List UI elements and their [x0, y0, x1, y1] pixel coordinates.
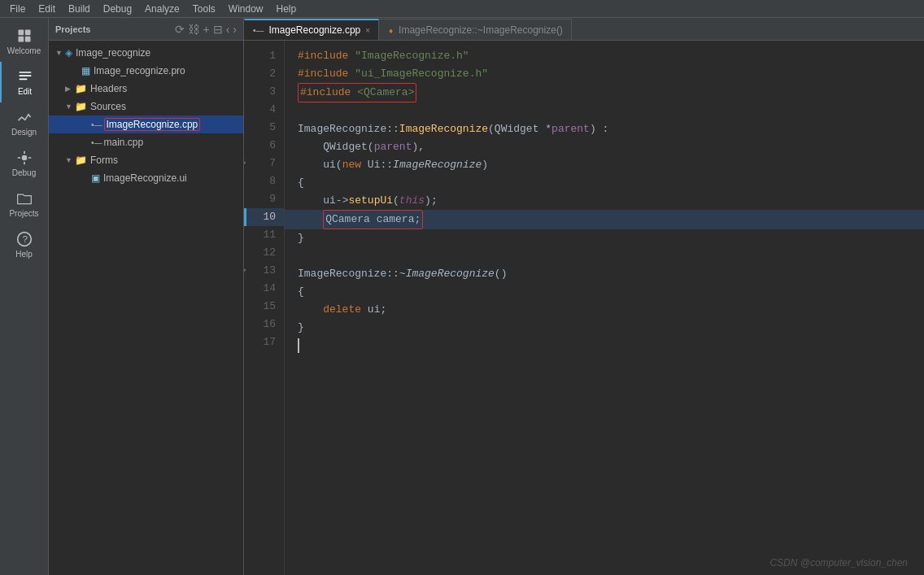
cpp-file-icon: •—	[91, 120, 102, 129]
line-num-1: 1	[244, 47, 284, 65]
tree-item-label: Image_recognize	[76, 47, 150, 59]
menu-edit[interactable]: Edit	[32, 0, 62, 18]
tree-item-forms[interactable]: ▼ 📁 Forms	[49, 151, 243, 169]
tab-bar: •— ImageRecognize.cpp × ⬧ ImageRecognize…	[244, 18, 924, 41]
code-line-4	[285, 102, 924, 120]
arrow-icon: ▶	[65, 85, 75, 93]
code-line-1: #include "ImageRecognize.h"	[285, 47, 924, 65]
code-line-5: ImageRecognize::ImageRecognize(QWidget *…	[285, 120, 924, 138]
tab-label: ImageRecognize::~ImageRecognize()	[399, 24, 563, 36]
folder-icon: 📁	[75, 101, 87, 112]
line-num-12: 12	[244, 244, 284, 262]
svg-rect-2	[18, 37, 24, 42]
line-num-9: 9	[244, 190, 284, 208]
menu-debug[interactable]: Debug	[97, 0, 138, 18]
cpp-file-icon: •—	[91, 138, 102, 147]
sidebar-item-welcome[interactable]: Welcome	[0, 21, 48, 62]
panel-header-icons: ⟳ ⛓ + ⊟ ‹ ›	[175, 23, 237, 36]
line-num-11: 11	[244, 226, 284, 244]
line-num-5: 5	[244, 119, 284, 137]
code-line-14: {	[285, 283, 924, 301]
main-area: Welcome Edit Design Debug Projects ? Hel…	[0, 18, 924, 575]
tree-item-label: ImageRecognize.ui	[103, 172, 187, 184]
arrow-icon: ▼	[65, 156, 75, 164]
menu-file[interactable]: File	[3, 0, 32, 18]
code-line-12	[285, 247, 924, 265]
tree-item-label: ImageRecognize.cpp	[104, 118, 201, 131]
code-editor[interactable]: 1 2 3 4 5 6 7 ▾ 8 9 10 11 12 13 ▾ 14 15 …	[244, 41, 924, 575]
ui-file-icon: ▣	[91, 172, 100, 184]
filter-icon[interactable]: ⊟	[213, 23, 223, 36]
project-panel: Projects ⟳ ⛓ + ⊟ ‹ › ▼ ◈ Image_recognize…	[49, 18, 244, 575]
code-line-3: #include <QCamera>	[285, 83, 924, 102]
menu-bar: File Edit Build Debug Analyze Tools Wind…	[0, 0, 924, 18]
add-icon[interactable]: +	[203, 23, 209, 36]
line-num-16: 16	[244, 316, 284, 333]
panel-header: Projects ⟳ ⛓ + ⊟ ‹ ›	[49, 18, 243, 41]
code-line-6: QWidget(parent),	[285, 138, 924, 156]
tree-item-label: Image_recognize.pro	[94, 65, 185, 76]
line-num-3: 3	[244, 83, 284, 101]
svg-point-7	[21, 155, 27, 161]
folder-icon: 📁	[75, 155, 87, 166]
tree-item-label: Sources	[90, 101, 126, 112]
cpp-icon: •—	[253, 26, 264, 35]
svg-rect-3	[24, 37, 30, 42]
line-num-8: 8	[244, 172, 284, 190]
line-num-10: 10	[244, 208, 284, 226]
tree-item-label: Headers	[90, 83, 127, 94]
code-line-13: ImageRecognize::~ImageRecognize()	[285, 265, 924, 283]
svg-rect-5	[19, 75, 31, 76]
code-content[interactable]: #include "ImageRecognize.h" #include "ui…	[285, 41, 924, 575]
sidebar-item-debug[interactable]: Debug	[0, 143, 48, 184]
tab-imagerecognize-cpp[interactable]: •— ImageRecognize.cpp ×	[244, 19, 379, 40]
menu-help[interactable]: Help	[270, 0, 303, 18]
code-line-16: }	[285, 319, 924, 337]
menu-tools[interactable]: Tools	[186, 0, 222, 18]
line-num-2: 2	[244, 65, 284, 83]
tree-item-main-cpp[interactable]: •— main.cpp	[49, 133, 243, 151]
menu-analyze[interactable]: Analyze	[138, 0, 186, 18]
sidebar-item-help[interactable]: ? Help	[0, 224, 48, 265]
code-line-2: #include "ui_ImageRecognize.h"	[285, 65, 924, 83]
tree-item-headers[interactable]: ▶ 📁 Headers	[49, 80, 243, 98]
svg-text:?: ?	[22, 233, 28, 244]
code-line-9: ui->setupUi(this);	[285, 192, 924, 210]
tree-item-root[interactable]: ▼ ◈ Image_recognize	[49, 44, 243, 62]
tree-item-pro[interactable]: ▦ Image_recognize.pro	[49, 62, 243, 80]
svg-rect-4	[19, 72, 31, 73]
next-icon[interactable]: ›	[233, 23, 237, 36]
sidebar-item-projects[interactable]: Projects	[0, 184, 48, 224]
svg-rect-0	[18, 30, 24, 36]
sync-icon[interactable]: ⟳	[175, 23, 185, 36]
sidebar-item-edit[interactable]: Edit	[0, 62, 48, 102]
tab-destructor[interactable]: ⬧ ImageRecognize::~ImageRecognize()	[379, 19, 572, 40]
project-icon: ◈	[65, 47, 72, 59]
code-line-8: {	[285, 174, 924, 192]
prev-icon[interactable]: ‹	[226, 23, 230, 36]
folder-icon: 📁	[75, 83, 87, 94]
tree-view: ▼ ◈ Image_recognize ▦ Image_recognize.pr…	[49, 41, 243, 575]
tree-item-label: main.cpp	[104, 137, 144, 148]
line-num-15: 15	[244, 298, 284, 316]
func-icon: ⬧	[388, 24, 394, 36]
menu-build[interactable]: Build	[62, 0, 97, 18]
svg-rect-6	[19, 79, 27, 81]
line-num-13: 13 ▾	[244, 262, 284, 280]
tab-label: ImageRecognize.cpp	[269, 24, 361, 36]
icon-sidebar: Welcome Edit Design Debug Projects ? Hel…	[0, 18, 49, 575]
tree-item-imagerecognize-ui[interactable]: ▣ ImageRecognize.ui	[49, 169, 243, 187]
menu-window[interactable]: Window	[222, 0, 270, 18]
tree-item-sources[interactable]: ▼ 📁 Sources	[49, 98, 243, 115]
arrow-icon: ▼	[65, 102, 75, 111]
link-icon[interactable]: ⛓	[188, 23, 199, 36]
tree-item-imagerecognize-cpp[interactable]: •— ImageRecognize.cpp	[49, 115, 243, 133]
pro-file-icon: ▦	[81, 65, 90, 76]
line-num-4: 4	[244, 101, 284, 119]
watermark: CSDN @computer_vision_chen	[769, 557, 908, 568]
line-num-7: 7 ▾	[244, 155, 284, 172]
code-line-7: ui(new Ui::ImageRecognize)	[285, 156, 924, 174]
code-line-11: }	[285, 229, 924, 247]
sidebar-item-design[interactable]: Design	[0, 102, 48, 143]
close-tab-icon[interactable]: ×	[365, 26, 370, 35]
